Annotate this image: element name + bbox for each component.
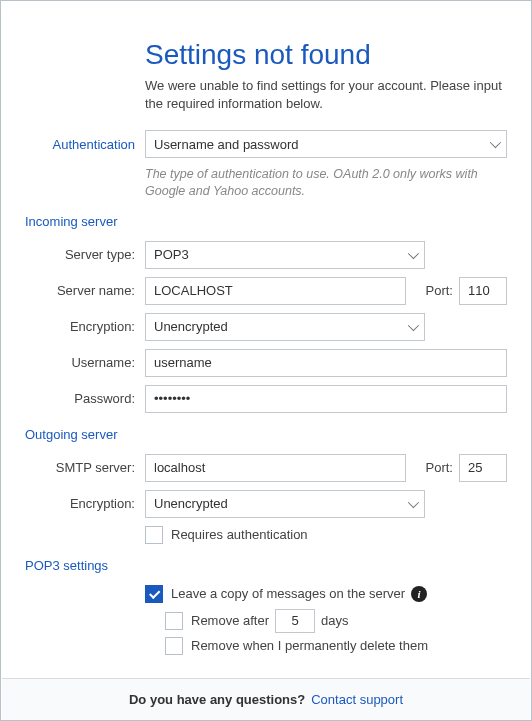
password-input[interactable]: [145, 385, 507, 413]
chevron-down-icon: [408, 248, 419, 259]
remove-after-days-input[interactable]: [275, 609, 315, 633]
password-label: Password:: [25, 391, 145, 406]
smtp-input[interactable]: [145, 454, 406, 482]
incoming-encryption-value: Unencrypted: [154, 319, 228, 334]
auth-select[interactable]: Username and password: [145, 130, 507, 158]
requires-auth-checkbox[interactable]: [145, 526, 163, 544]
outgoing-encryption-select[interactable]: Unencrypted: [145, 490, 425, 518]
page-title: Settings not found: [145, 39, 507, 71]
check-icon: [149, 587, 160, 598]
footer-question: Do you have any questions?: [129, 692, 305, 707]
username-input[interactable]: [145, 349, 507, 377]
server-type-value: POP3: [154, 247, 189, 262]
chevron-down-icon: [490, 137, 501, 148]
info-icon[interactable]: i: [411, 586, 427, 602]
outgoing-encryption-label: Encryption:: [25, 496, 145, 511]
chevron-down-icon: [408, 320, 419, 331]
auth-label: Authentication: [25, 137, 145, 152]
smtp-label: SMTP server:: [25, 460, 145, 475]
server-type-select[interactable]: POP3: [145, 241, 425, 269]
incoming-port-label: Port:: [426, 283, 459, 298]
outgoing-port-input[interactable]: [459, 454, 507, 482]
requires-auth-label: Requires authentication: [171, 527, 308, 542]
server-name-input[interactable]: [145, 277, 406, 305]
pop3-section-label: POP3 settings: [25, 558, 507, 573]
remove-after-suffix: days: [321, 613, 348, 628]
auth-hint: The type of authentication to use. OAuth…: [145, 166, 507, 200]
remove-perm-checkbox[interactable]: [165, 637, 183, 655]
footer: Do you have any questions? Contact suppo…: [2, 678, 530, 720]
remove-after-prefix: Remove after: [191, 613, 269, 628]
leave-copy-label: Leave a copy of messages on the server: [171, 586, 405, 601]
outgoing-encryption-value: Unencrypted: [154, 496, 228, 511]
remove-after-checkbox[interactable]: [165, 612, 183, 630]
username-label: Username:: [25, 355, 145, 370]
leave-copy-checkbox[interactable]: [145, 585, 163, 603]
outgoing-section-label: Outgoing server: [25, 427, 507, 442]
server-type-label: Server type:: [25, 247, 145, 262]
auth-select-value: Username and password: [154, 137, 299, 152]
outgoing-port-label: Port:: [426, 460, 459, 475]
incoming-encryption-label: Encryption:: [25, 319, 145, 334]
incoming-port-input[interactable]: [459, 277, 507, 305]
server-name-label: Server name:: [25, 283, 145, 298]
contact-support-link[interactable]: Contact support: [311, 692, 403, 707]
page-subtitle: We were unable to find settings for your…: [145, 77, 507, 112]
incoming-section-label: Incoming server: [25, 214, 507, 229]
remove-perm-label: Remove when I permanently delete them: [191, 638, 428, 653]
chevron-down-icon: [408, 497, 419, 508]
incoming-encryption-select[interactable]: Unencrypted: [145, 313, 425, 341]
